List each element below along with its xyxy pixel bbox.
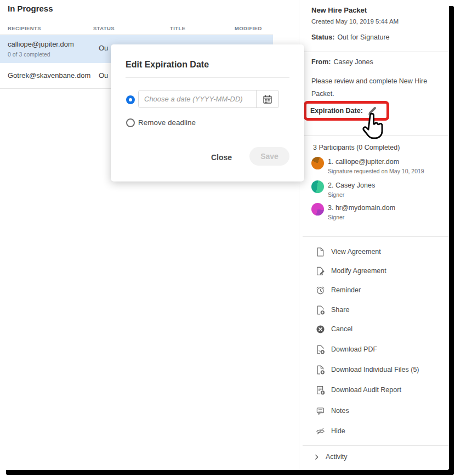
from-row: From:Casey Jones — [311, 58, 373, 66]
action-label: Hide — [331, 427, 345, 435]
action-share[interactable]: Share — [316, 303, 349, 317]
column-header-modified: MODIFIED — [235, 25, 262, 31]
share-icon — [316, 305, 325, 315]
download-pdf-icon — [316, 345, 325, 354]
pointer-hand-cursor — [360, 113, 385, 140]
hide-icon — [316, 427, 325, 436]
action-label: Download Individual Files (5) — [331, 366, 419, 373]
remove-deadline-label: Remove deadline — [138, 118, 196, 127]
action-view-agreement[interactable]: View Agreement — [316, 245, 381, 259]
page-title: In Progress — [8, 4, 53, 13]
app-window: In Progress RECIPIENTS STATUS TITLE MODI… — [0, 0, 449, 470]
avatar — [311, 180, 324, 193]
action-label: Cancel — [331, 325, 352, 333]
notes-icon — [316, 406, 325, 416]
column-header-status: STATUS — [93, 25, 115, 31]
action-label: Modify Agreement — [331, 267, 386, 275]
avatar — [311, 157, 324, 169]
divider — [303, 52, 449, 52]
modal-title: Edit Expiration Date — [126, 60, 209, 70]
agreement-message: Please review and complete New Hire Pack… — [311, 75, 442, 100]
choose-date-radio[interactable] — [126, 95, 135, 104]
remove-deadline-radio[interactable] — [126, 118, 135, 127]
action-label: Share — [331, 306, 349, 314]
view-agreement-icon — [316, 247, 325, 257]
action-download-pdf[interactable]: Download PDF — [316, 342, 377, 356]
recipient-name: calliope@jupiter.dom — [8, 40, 74, 48]
chevron-right-icon — [313, 454, 320, 461]
modify-agreement-icon — [316, 267, 325, 276]
recipient-name: Gotrek@skavenbane.dom — [8, 71, 90, 80]
action-cancel[interactable]: Cancel — [316, 322, 352, 336]
status-row: Status:Out for Signature — [311, 33, 390, 41]
participant-name: 1. calliope@jupiter.dom — [328, 158, 399, 166]
cancel-icon — [316, 325, 325, 334]
activity-label: Activity — [326, 453, 348, 461]
expiration-date-label: Expiration Date: — [310, 107, 363, 115]
recipient-progress: 0 of 3 completed — [8, 51, 50, 58]
action-label: Download Audit Report — [331, 386, 401, 394]
reminder-icon — [316, 286, 325, 295]
participant-name: 3. hr@mydomain.dom — [328, 204, 395, 212]
status-cell: Ou — [99, 44, 108, 52]
action-download-individual-files[interactable]: Download Individual Files (5) — [316, 362, 419, 377]
action-modify-agreement[interactable]: Modify Agreement — [316, 264, 386, 278]
from-value: Casey Jones — [333, 58, 373, 66]
calendar-button[interactable] — [256, 90, 279, 108]
action-label: Download PDF — [331, 345, 377, 353]
action-label: Reminder — [331, 286, 361, 294]
column-header-recipients: RECIPIENTS — [8, 25, 41, 31]
created-timestamp: Created May 10, 2019 5:44 AM — [311, 18, 399, 25]
download-individual-files-icon — [316, 365, 325, 375]
status-value: Out for Signature — [337, 33, 389, 41]
participants-header: 3 Participants (0 Completed) — [313, 144, 400, 151]
divider — [303, 236, 449, 237]
date-input[interactable] — [138, 90, 257, 108]
action-hide[interactable]: Hide — [316, 424, 345, 438]
participant-role: Signer — [328, 214, 344, 220]
download-audit-report-icon — [316, 386, 325, 395]
activity-toggle[interactable]: Activity — [313, 453, 348, 461]
column-header-title: TITLE — [170, 25, 185, 31]
edit-expiration-date-modal: Edit Expiration Date Remove deadline Clo… — [111, 44, 304, 182]
status-label: Status: — [311, 33, 334, 41]
participant-name: 2. Casey Jones — [328, 182, 375, 189]
save-button[interactable]: Save — [249, 147, 289, 166]
close-button[interactable]: Close — [205, 150, 238, 165]
agreement-title: New Hire Packet — [311, 6, 367, 14]
action-download-audit-report[interactable]: Download Audit Report — [316, 383, 401, 397]
status-cell: Ou — [99, 71, 108, 80]
calendar-icon — [263, 94, 272, 104]
divider — [303, 445, 449, 446]
action-label: Notes — [331, 407, 349, 415]
avatar — [311, 203, 324, 216]
modal-divider — [126, 77, 289, 78]
action-notes[interactable]: Notes — [316, 404, 349, 418]
participant-role: Signature requested on May 10, 2019 — [328, 168, 424, 174]
action-reminder[interactable]: Reminder — [316, 283, 361, 297]
participant-role: Signer — [328, 191, 344, 198]
agreement-detail-panel: New Hire Packet Created May 10, 2019 5:4… — [299, 0, 449, 470]
action-label: View Agreement — [331, 248, 381, 256]
from-label: From: — [311, 58, 331, 66]
